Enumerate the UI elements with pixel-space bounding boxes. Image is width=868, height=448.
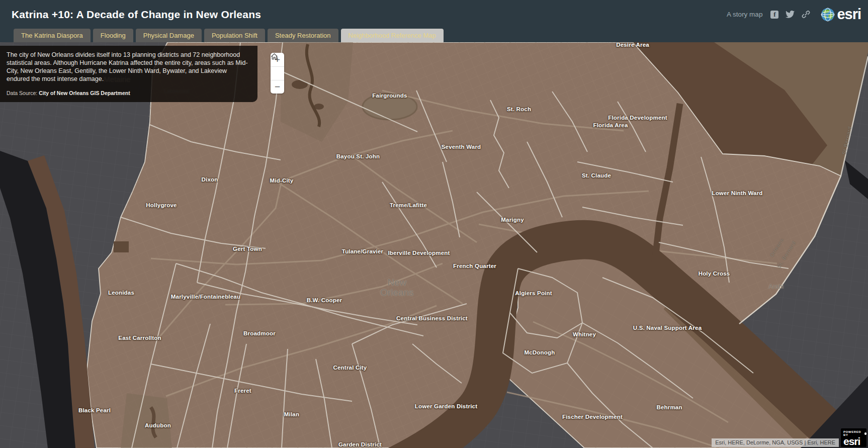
story-map-label: A story map <box>727 11 762 18</box>
twitter-bird-icon <box>786 11 795 18</box>
esri-globe-dot-icon <box>864 432 866 435</box>
twitter-share-button[interactable] <box>786 10 795 19</box>
app-header: Katrina +10: A Decade of Change in New O… <box>0 0 868 29</box>
tab-population-shift[interactable]: Population Shift <box>204 29 265 42</box>
powered-by-brand: esri <box>843 436 866 446</box>
share-link-button[interactable] <box>801 10 810 19</box>
info-panel: The city of New Orleans divides itself i… <box>0 46 257 102</box>
house-icon <box>271 53 278 60</box>
tab-the-katrina-diaspora[interactable]: The Katrina Diaspora <box>14 29 91 42</box>
facebook-icon: f <box>770 11 778 19</box>
esri-globe-icon <box>821 8 835 22</box>
tab-steady-restoration[interactable]: Steady Restoration <box>268 29 338 42</box>
data-source-label: Data Source: <box>7 90 37 96</box>
esri-brand-text: esri <box>837 7 861 22</box>
data-source-value: City of New Orleans GIS Department <box>39 90 130 96</box>
story-tabs: The Katrina DiasporaFloodingPhysical Dam… <box>0 29 868 42</box>
link-icon <box>802 10 810 19</box>
esri-logo[interactable]: esri <box>821 7 861 22</box>
info-panel-text: The city of New Orleans divides itself i… <box>7 51 250 83</box>
powered-by-esri-logo: POWERED BY esri <box>841 428 866 447</box>
facebook-share-button[interactable]: f <box>770 10 779 19</box>
tab-flooding[interactable]: Flooding <box>93 29 133 42</box>
map-zoom-control: + − <box>271 53 284 94</box>
zoom-out-button[interactable]: − <box>271 80 284 94</box>
basemap-art <box>0 42 868 448</box>
tab-neighborhood-reference-map[interactable]: Neighborhood Reference Map <box>341 29 444 42</box>
data-source-line: Data Source: City of New Orleans GIS Dep… <box>7 90 250 96</box>
map-attribution: Esri, HERE, DeLorme, NGA, USGS | Esri, H… <box>712 438 839 447</box>
home-button[interactable] <box>271 66 284 80</box>
page-title: Katrina +10: A Decade of Change in New O… <box>12 0 261 29</box>
tab-physical-damage[interactable]: Physical Damage <box>136 29 202 42</box>
map-canvas[interactable]: Desire AreaFairgroundsSt. RochFlorida De… <box>0 42 868 448</box>
